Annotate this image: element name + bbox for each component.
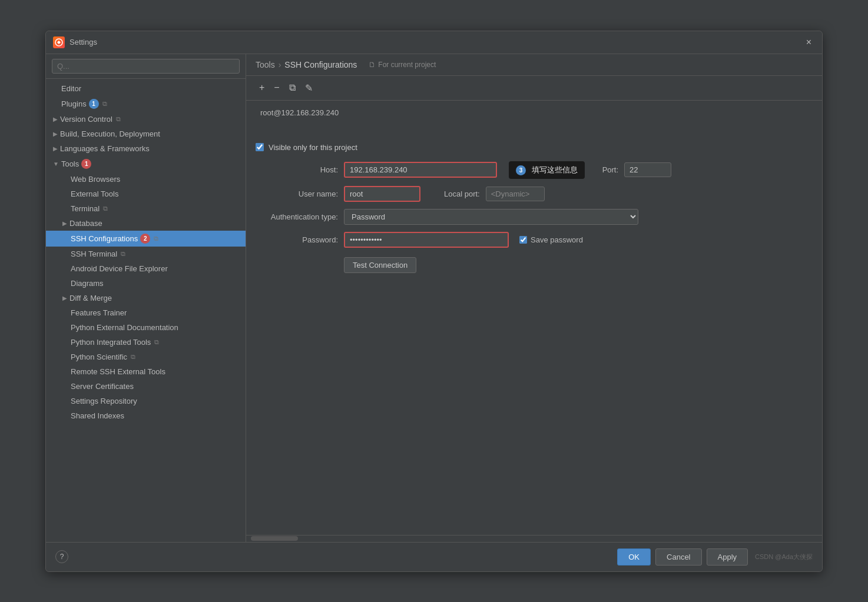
sidebar-item-external-tools[interactable]: External Tools bbox=[46, 187, 246, 201]
horizontal-scrollbar[interactable] bbox=[251, 536, 298, 541]
sidebar-item-ssh-terminal[interactable]: SSH Terminal⧉ bbox=[46, 247, 246, 261]
sidebar-item-version-control[interactable]: ▶ Version Control⧉ bbox=[46, 112, 246, 127]
sidebar-item-label: Web Browsers bbox=[71, 175, 120, 184]
save-password-row: Save password bbox=[519, 235, 583, 244]
sidebar-item-label: Languages & Frameworks bbox=[60, 144, 150, 153]
sidebar-item-label: Android Device File Explorer bbox=[71, 264, 168, 273]
dialog-title: Settings bbox=[69, 38, 803, 46]
sidebar-item-label: Python Scientific bbox=[71, 352, 127, 361]
sidebar-item-settings-repository[interactable]: Settings Repository bbox=[46, 394, 246, 408]
add-button[interactable]: + bbox=[256, 81, 268, 95]
form-section: Visible only for this project Host: 3 填写… bbox=[246, 136, 822, 280]
tooltip-badge: 3 bbox=[516, 165, 526, 175]
arrow-icon: ▶ bbox=[53, 145, 58, 152]
cancel-button[interactable]: Cancel bbox=[655, 548, 701, 566]
username-label: User name: bbox=[256, 189, 338, 198]
sidebar-item-remote-ssh-external[interactable]: Remote SSH External Tools bbox=[46, 364, 246, 379]
sidebar-item-label: Plugins bbox=[61, 99, 87, 108]
save-password-checkbox[interactable] bbox=[519, 236, 527, 244]
sidebar-item-label: Database bbox=[69, 219, 102, 228]
ssh-entry-item[interactable]: root@192.168.239.240 bbox=[256, 105, 813, 120]
sidebar-item-label: Features Trainer bbox=[71, 308, 127, 317]
local-port-input[interactable] bbox=[486, 187, 545, 201]
help-button[interactable]: ? bbox=[55, 550, 68, 563]
sidebar-item-plugins[interactable]: Plugins1⧉ bbox=[46, 96, 246, 112]
arrow-icon: ▼ bbox=[53, 161, 59, 167]
host-row: Host: 3 填写这些信息 Port: bbox=[256, 161, 813, 179]
badge: 1 bbox=[81, 159, 91, 169]
copy-icon: ⧉ bbox=[103, 205, 108, 212]
password-input[interactable] bbox=[344, 232, 509, 248]
app-icon bbox=[53, 36, 65, 48]
tooltip-callout: 3 填写这些信息 bbox=[509, 161, 585, 179]
sidebar-item-shared-indexes[interactable]: Shared Indexes bbox=[46, 408, 246, 423]
sidebar-item-label: Settings Repository bbox=[71, 397, 137, 405]
breadcrumb-separator: › bbox=[279, 60, 281, 69]
port-input[interactable] bbox=[624, 162, 671, 177]
sidebar-item-label: Build, Execution, Deployment bbox=[60, 129, 160, 138]
breadcrumb-parent: Tools bbox=[256, 60, 275, 69]
ok-button[interactable]: OK bbox=[617, 548, 651, 566]
sidebar-tree: EditorPlugins1⧉▶ Version Control⧉▶ Build… bbox=[46, 79, 246, 542]
sidebar-item-label: Python Integrated Tools bbox=[71, 338, 151, 347]
sidebar: EditorPlugins1⧉▶ Version Control⧉▶ Build… bbox=[46, 54, 246, 542]
title-bar: Settings × bbox=[46, 31, 822, 54]
sidebar-item-languages-frameworks[interactable]: ▶ Languages & Frameworks bbox=[46, 141, 246, 156]
badge: 1 bbox=[89, 99, 99, 109]
sidebar-item-python-integrated-tools[interactable]: Python Integrated Tools⧉ bbox=[46, 335, 246, 350]
sidebar-item-editor[interactable]: Editor bbox=[46, 81, 246, 96]
edit-button[interactable]: ✎ bbox=[302, 81, 316, 95]
sidebar-item-features-trainer[interactable]: Features Trainer bbox=[46, 305, 246, 320]
sidebar-item-label: Shared Indexes bbox=[71, 411, 124, 420]
horizontal-scrollbar-area bbox=[246, 535, 822, 542]
visible-only-row: Visible only for this project bbox=[256, 143, 813, 152]
auth-type-select[interactable]: Password Key pair (OpenSSH or PuTTY) Ope… bbox=[344, 209, 638, 225]
sidebar-item-label: SSH Terminal bbox=[71, 250, 117, 258]
sidebar-item-terminal[interactable]: Terminal⧉ bbox=[46, 201, 246, 216]
sidebar-item-diagrams[interactable]: Diagrams bbox=[46, 276, 246, 291]
sidebar-item-label: Tools bbox=[61, 159, 79, 168]
test-connection-button[interactable]: Test Connection bbox=[344, 257, 416, 273]
tooltip-text: 填写这些信息 bbox=[532, 165, 578, 174]
sidebar-item-build-execution[interactable]: ▶ Build, Execution, Deployment bbox=[46, 127, 246, 141]
remove-button[interactable]: − bbox=[270, 81, 283, 95]
arrow-icon: ▶ bbox=[53, 116, 58, 122]
main-panel: Tools › SSH Configurations 🗋 For current… bbox=[246, 54, 822, 542]
breadcrumb-current: SSH Configurations bbox=[284, 60, 357, 69]
sidebar-item-web-browsers[interactable]: Web Browsers bbox=[46, 172, 246, 187]
copy-icon: ⧉ bbox=[121, 250, 125, 258]
ssh-entry-value: root@192.168.239.240 bbox=[260, 108, 339, 117]
close-button[interactable]: × bbox=[803, 36, 815, 49]
test-connection-row: Test Connection bbox=[256, 255, 813, 273]
sidebar-item-ssh-configurations[interactable]: SSH Configurations2⧉ bbox=[46, 231, 246, 247]
save-password-label: Save password bbox=[531, 235, 583, 244]
sidebar-item-server-certificates[interactable]: Server Certificates bbox=[46, 379, 246, 394]
copy-icon: ⧉ bbox=[131, 353, 135, 361]
apply-button[interactable]: Apply bbox=[707, 548, 748, 566]
breadcrumb: Tools › SSH Configurations 🗋 For current… bbox=[246, 54, 822, 76]
settings-dialog: Settings × EditorPlugins1⧉▶ Version Cont… bbox=[45, 31, 823, 572]
copy-icon: ⧉ bbox=[102, 100, 107, 108]
sidebar-item-label: Server Certificates bbox=[71, 382, 134, 391]
sidebar-item-diff-merge[interactable]: ▶ Diff & Merge bbox=[46, 291, 246, 305]
sidebar-item-label: Diagrams bbox=[71, 279, 104, 288]
sidebar-item-android-device[interactable]: Android Device File Explorer bbox=[46, 261, 246, 276]
sidebar-item-label: Python External Documentation bbox=[71, 323, 178, 332]
arrow-icon: ▶ bbox=[53, 131, 58, 137]
password-row: Password: Save password bbox=[256, 232, 813, 248]
sidebar-item-python-scientific[interactable]: Python Scientific⧉ bbox=[46, 350, 246, 364]
host-input[interactable] bbox=[344, 162, 497, 178]
visible-only-label: Visible only for this project bbox=[269, 143, 357, 152]
sidebar-item-tools[interactable]: ▼ Tools1 bbox=[46, 156, 246, 172]
auth-type-label: Authentication type: bbox=[256, 212, 338, 221]
username-input[interactable] bbox=[344, 186, 420, 202]
copy-icon: ⧉ bbox=[154, 235, 158, 242]
sidebar-item-database[interactable]: ▶ Database bbox=[46, 216, 246, 231]
sidebar-item-python-external-doc[interactable]: Python External Documentation bbox=[46, 320, 246, 335]
for-project-link[interactable]: 🗋 For current project bbox=[369, 61, 436, 69]
sidebar-item-label: SSH Configurations bbox=[71, 234, 138, 243]
copy-button[interactable]: ⧉ bbox=[286, 81, 299, 95]
search-input[interactable] bbox=[52, 59, 240, 74]
visible-only-checkbox[interactable] bbox=[256, 143, 264, 151]
sidebar-item-label: Editor bbox=[61, 84, 81, 93]
